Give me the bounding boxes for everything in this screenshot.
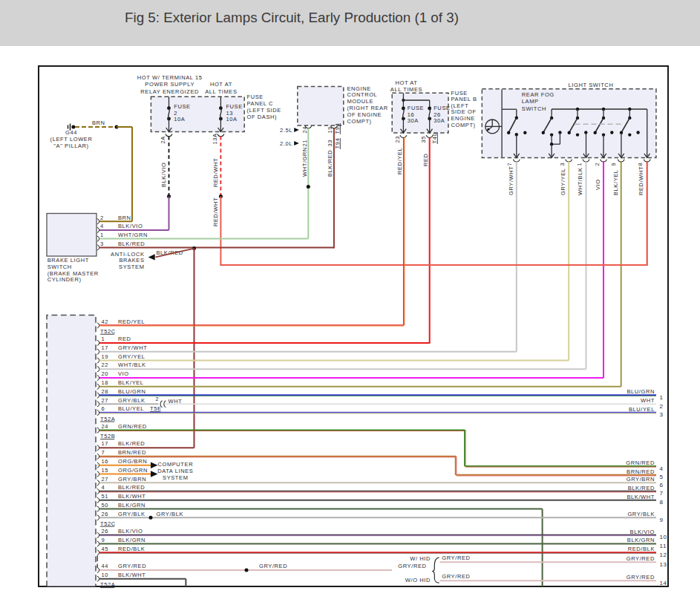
svg-text:19: 19 [327,126,333,134]
svg-text:OF DASH): OF DASH) [247,114,278,120]
svg-text:GRY/RED: GRY/RED [398,563,426,569]
svg-text:GRY/RED: GRY/RED [627,574,655,581]
svg-text:RED/WHT: RED/WHT [212,197,219,226]
svg-text:BRAKE LIGHT: BRAKE LIGHT [48,257,89,264]
svg-text:2.0L: 2.0L [280,140,292,147]
svg-text:BLK/RED: BLK/RED [157,249,183,256]
svg-text:4: 4 [660,465,664,472]
svg-text:24: 24 [301,126,308,134]
svg-text:35: 35 [420,136,427,143]
svg-text:2: 2 [100,215,104,221]
svg-text:GRY/BRN: GRY/BRN [627,476,655,483]
svg-text:28: 28 [102,388,109,395]
svg-text:BRN/RED: BRN/RED [118,449,146,456]
svg-text:18: 18 [102,379,109,386]
svg-text:GRN/RED: GRN/RED [118,423,147,430]
svg-text:GRY/RED: GRY/RED [627,555,655,562]
svg-text:BRN: BRN [118,215,131,221]
svg-text:RED/WHT: RED/WHT [638,166,644,195]
svg-text:OF ENGINE: OF ENGINE [347,111,382,118]
svg-text:26: 26 [102,511,109,517]
svg-text:REAR FOG: REAR FOG [522,91,555,98]
svg-text:G44: G44 [65,129,77,136]
svg-text:BLU/GRN: BLU/GRN [627,388,655,395]
svg-text:WHT: WHT [169,398,183,405]
svg-text:4: 4 [102,484,105,491]
svg-text:WHT/BLK: WHT/BLK [118,362,146,368]
svg-text:10A: 10A [226,116,237,122]
svg-text:15: 15 [102,467,109,474]
svg-text:FUSE: FUSE [247,94,264,100]
svg-text:GRY/YEL: GRY/YEL [118,353,145,360]
svg-text:17: 17 [102,344,109,351]
svg-text:26: 26 [102,528,109,534]
svg-text:SYSTEM: SYSTEM [119,264,144,270]
svg-text:RED/BLK: RED/BLK [628,546,655,552]
svg-text:W/O HID: W/O HID [405,577,431,583]
svg-text:BLK/RED: BLK/RED [628,485,655,491]
svg-text:SYSTEM: SYSTEM [163,474,188,481]
svg-text:RELAY ENERGIZED: RELAY ENERGIZED [140,88,199,95]
svg-text:T52C: T52C [100,520,116,527]
svg-text:7: 7 [660,490,664,497]
svg-text:ENGINE: ENGINE [347,85,371,92]
svg-text:HOT AT: HOT AT [210,81,232,88]
svg-text:T5E: T5E [150,405,162,412]
svg-text:GRY/BRN: GRY/BRN [118,476,146,483]
svg-text:33: 33 [327,140,333,147]
svg-text:BLK/RED: BLK/RED [118,484,145,491]
svg-text:HOT AT: HOT AT [396,79,418,86]
svg-text:11: 11 [660,543,667,549]
svg-text:CONTROL: CONTROL [347,91,378,98]
svg-text:LIGHT SWITCH: LIGHT SWITCH [569,82,614,88]
svg-text:50: 50 [102,502,109,508]
svg-text:1: 1 [102,336,105,342]
svg-text:GRY/RED: GRY/RED [442,555,470,561]
svg-text:3: 3 [660,411,664,418]
svg-text:WHT: WHT [641,397,655,404]
svg-text:ALL TIMES: ALL TIMES [390,86,422,93]
svg-text:BLK/GRN: BLK/GRN [118,537,145,543]
svg-text:T52B: T52B [100,433,115,439]
svg-text:ORG/BRN: ORG/BRN [118,458,147,465]
svg-text:BLK/WHT: BLK/WHT [627,494,655,500]
svg-text:3: 3 [559,163,566,166]
svg-text:13A: 13A [212,133,218,144]
svg-text:WHT/GRN: WHT/GRN [118,232,148,238]
svg-text:(RIGHT REAR: (RIGHT REAR [347,105,388,111]
svg-text:SWITCH: SWITCH [522,105,546,112]
svg-text:24: 24 [102,423,109,430]
svg-text:9: 9 [660,517,664,523]
svg-text:ALL TIMES: ALL TIMES [205,88,237,95]
svg-text:RED: RED [422,153,429,166]
svg-text:19: 19 [102,353,109,360]
svg-text:30A: 30A [434,117,445,124]
svg-text:GRY/RED: GRY/RED [118,563,146,569]
svg-text:12: 12 [660,552,667,558]
svg-text:BLK/YEL: BLK/YEL [612,169,619,195]
svg-text:GRN/RED: GRN/RED [626,460,655,466]
svg-text:BLK/GRN: BLK/GRN [118,502,145,508]
svg-text:6: 6 [102,405,105,412]
svg-text:GRY/YEL: GRY/YEL [560,168,566,195]
svg-text:1: 1 [660,394,664,401]
svg-text:RED/WHT: RED/WHT [212,158,219,187]
svg-text:7: 7 [102,449,105,456]
svg-text:23: 23 [394,136,401,143]
svg-text:RED/BLK: RED/BLK [118,546,145,552]
svg-text:8: 8 [660,499,664,506]
svg-text:CYLINDER): CYLINDER) [48,276,82,283]
svg-text:45: 45 [102,546,109,552]
svg-text:BRN: BRN [92,120,105,126]
svg-text:MODULE: MODULE [347,98,374,105]
svg-text:1: 1 [100,232,104,238]
svg-text:BLK/WHT: BLK/WHT [118,572,146,578]
svg-text:27: 27 [102,397,109,404]
svg-text:2A: 2A [160,136,166,143]
svg-text:(LEFT SIDE: (LEFT SIDE [247,107,281,114]
svg-text:17: 17 [102,440,109,447]
svg-text:44: 44 [102,563,109,569]
svg-text:T52C: T52C [100,328,116,335]
svg-text:4: 4 [100,223,104,229]
svg-text:1: 1 [576,163,583,166]
